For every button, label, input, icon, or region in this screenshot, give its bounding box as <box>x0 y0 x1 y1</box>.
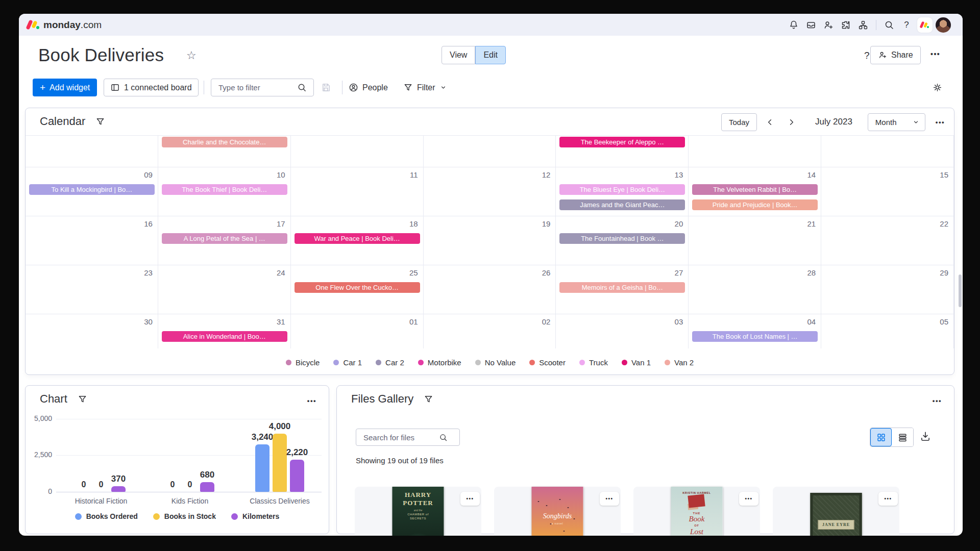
list-view-button[interactable] <box>892 428 913 446</box>
files-grid: HARRYPOTTERand theCHAMBER ofSECRETS•••So… <box>355 487 899 536</box>
file-card-book-of-lost-names[interactable]: KRISTIN HARMELTHEBookOFLostNames••• <box>633 487 760 536</box>
monday-logo[interactable]: monday.com <box>27 19 102 31</box>
bar-books-in-stock[interactable] <box>273 434 287 492</box>
calendar-event[interactable]: To Kill a Mockingbird | Bo… <box>29 184 155 195</box>
calendar-view-mode-value: Month <box>875 118 897 127</box>
calendar-event[interactable]: James and the Giant Peac… <box>559 199 685 210</box>
topbar-divider <box>876 20 876 30</box>
grid-view-button[interactable] <box>870 428 892 446</box>
calendar-event[interactable]: The Beekeeper of Aleppo … <box>559 137 685 147</box>
legend-color-dot <box>75 513 82 520</box>
previous-month-button[interactable] <box>761 113 778 131</box>
share-button[interactable]: Share <box>870 46 921 64</box>
calendar-day-cell: 03 <box>556 314 689 348</box>
favorite-star-icon[interactable]: ☆ <box>186 49 197 62</box>
cover-text-line: a novel <box>532 522 583 525</box>
dashboard-help-icon[interactable]: ? <box>864 50 870 61</box>
edit-tab[interactable]: Edit <box>475 46 506 64</box>
chart-filter-funnel-icon[interactable] <box>78 394 87 404</box>
file-card-harry-potter[interactable]: HARRYPOTTERand theCHAMBER ofSECRETS••• <box>355 487 481 536</box>
legend-item: Scooter <box>529 358 566 367</box>
calendar-week-row: 16171819202122A Long Petal of the Sea | … <box>26 216 954 265</box>
add-widget-label: Add widget <box>50 83 90 92</box>
calendar-event[interactable]: One Flew Over the Cucko… <box>295 282 420 293</box>
calendar-widget: Calendar Today July 2023 Month ••• Charl… <box>25 108 954 375</box>
bar-value-label: 4,000 <box>259 421 300 432</box>
cover-text-line: Songbirds <box>532 512 583 520</box>
calendar-filter-funnel-icon[interactable] <box>95 117 105 127</box>
legend-color-dot <box>231 513 238 520</box>
legend-label: No Value <box>485 358 516 367</box>
inbox-icon[interactable] <box>802 16 820 34</box>
connected-boards-button[interactable]: 1 connected board <box>104 79 199 96</box>
gridline <box>56 419 322 419</box>
files-search-field <box>356 429 460 446</box>
view-tab[interactable]: View <box>442 46 475 64</box>
calendar-event[interactable]: A Long Petal of the Sea | … <box>162 233 287 244</box>
cover-text-line: POTTER <box>393 499 444 507</box>
file-card-jane-eyre[interactable]: JANE EYRE••• <box>773 487 899 536</box>
download-files-button[interactable] <box>920 431 931 444</box>
chart-widget-menu-button[interactable]: ••• <box>307 397 316 405</box>
calendar-event[interactable]: The Velveteen Rabbit | Bo… <box>692 184 818 195</box>
calendar-date-label: 19 <box>542 219 551 228</box>
calendar-week-row: 09101112131415To Kill a Mockingbird | Bo… <box>26 167 954 216</box>
next-month-button[interactable] <box>782 113 800 131</box>
people-filter-button[interactable]: People <box>345 79 392 96</box>
products-switcher-icon[interactable] <box>854 16 872 34</box>
bar-books-ordered[interactable] <box>255 444 270 492</box>
chart-widget-title: Chart <box>40 392 67 406</box>
files-filter-funnel-icon[interactable] <box>424 394 433 404</box>
bar-value-label: 370 <box>98 474 139 484</box>
legend-label: Bicycle <box>296 358 320 367</box>
quick-filter-input[interactable] <box>217 83 297 92</box>
help-icon[interactable]: ? <box>898 16 915 34</box>
dashboard-settings-button[interactable] <box>933 79 942 96</box>
calendar-day-cell: 21 <box>689 216 821 265</box>
scrollbar-thumb[interactable] <box>959 274 962 307</box>
files-gallery-menu-button[interactable]: ••• <box>933 397 942 405</box>
calendar-widget-menu-button[interactable]: ••• <box>936 118 945 126</box>
calendar-event[interactable]: The Fountainhead | Book … <box>559 233 685 244</box>
chart-legend-item: Books Ordered <box>75 512 138 520</box>
file-card-songbirds[interactable]: Songbirdsa novelChristy••• <box>494 487 621 536</box>
bar-kilometers[interactable] <box>111 486 126 492</box>
calendar-date-label: 02 <box>542 317 551 326</box>
calendar-event[interactable]: Memoirs of a Geisha | Bo… <box>559 282 685 293</box>
calendar-event[interactable]: Charlie and the Chocolate… <box>162 137 287 147</box>
apps-marketplace-icon[interactable] <box>837 16 854 34</box>
files-gallery-widget: Files Gallery ••• Showing 19 out of 19 f… <box>336 385 954 534</box>
calendar-date-label: 22 <box>940 219 948 228</box>
calendar-event[interactable]: War and Peace | Book Deli… <box>295 233 420 244</box>
file-menu-button[interactable]: ••• <box>600 492 619 506</box>
calendar-day-cell: 01 <box>291 314 424 348</box>
board-menu-button[interactable]: ••• <box>930 50 940 58</box>
category-axis-label: Classics Deliveries <box>224 497 336 505</box>
legend-item: No Value <box>475 358 516 367</box>
calendar-event[interactable]: Pride and Prejudice | Book… <box>692 199 818 210</box>
calendar-event[interactable]: The Book Thief | Book Deli… <box>162 184 287 195</box>
files-search-input[interactable] <box>362 433 439 442</box>
calendar-day-cell <box>26 136 158 167</box>
monday-product-tile-icon[interactable] <box>917 17 933 33</box>
calendar-event[interactable]: Alice in Wonderland | Boo… <box>162 331 287 342</box>
notifications-bell-icon[interactable] <box>785 16 802 34</box>
calendar-date-label: 09 <box>144 170 153 179</box>
file-menu-button[interactable]: ••• <box>878 492 898 506</box>
file-thumbnail-harry-potter: HARRYPOTTERand theCHAMBER ofSECRETS <box>393 487 444 536</box>
bar-kilometers[interactable] <box>290 460 304 492</box>
cover-text-line: Lost <box>671 528 723 536</box>
add-widget-button[interactable]: + Add widget <box>33 79 97 96</box>
search-icon[interactable] <box>880 16 898 34</box>
legend-label: Scooter <box>539 358 566 367</box>
calendar-event[interactable]: The Book of Lost Names | … <box>692 331 818 342</box>
file-menu-button[interactable]: ••• <box>739 492 758 506</box>
file-menu-button[interactable]: ••• <box>460 492 480 506</box>
calendar-view-mode-select[interactable]: Month <box>868 113 925 131</box>
today-button[interactable]: Today <box>721 113 757 131</box>
invite-members-icon[interactable] <box>820 16 837 34</box>
calendar-event[interactable]: The Bluest Eye | Book Deli… <box>559 184 685 195</box>
bar-kilometers[interactable] <box>200 482 214 492</box>
filter-button[interactable]: Filter <box>399 79 451 96</box>
user-avatar[interactable] <box>936 17 951 33</box>
